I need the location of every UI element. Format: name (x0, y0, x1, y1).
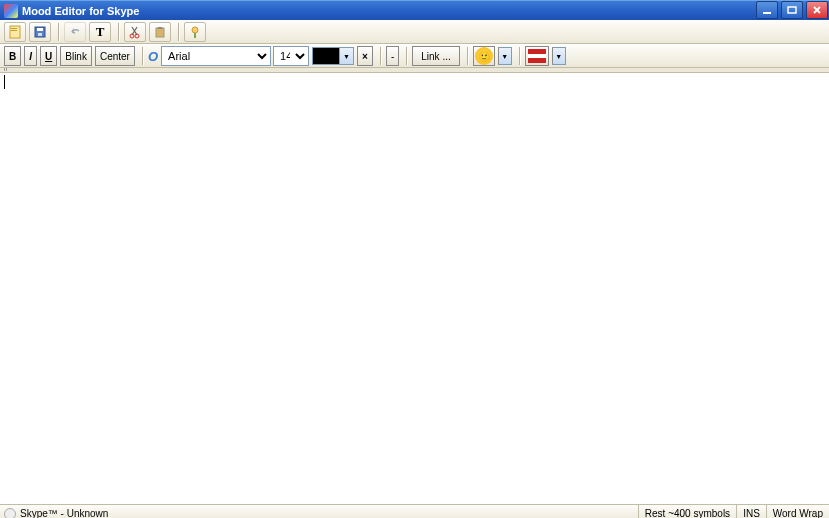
text-caret (4, 75, 5, 89)
status-bar: Skype™ - Unknown Rest ~400 symbols INS W… (0, 504, 829, 518)
emoji-button[interactable]: 🙂 (473, 46, 495, 66)
status-ins: INS (736, 505, 766, 518)
separator (118, 23, 120, 41)
status-rest: Rest ~400 symbols (638, 505, 736, 518)
separator (58, 23, 60, 41)
color-swatch[interactable] (312, 47, 340, 65)
minimize-button[interactable] (756, 1, 778, 19)
font-label-icon: O (148, 49, 161, 64)
cut-button[interactable] (124, 22, 146, 42)
format-toolbar: B I U Blink Center O Arial 14 ▼ × - Link… (0, 44, 829, 68)
svg-rect-7 (38, 33, 42, 36)
underline-button[interactable]: U (40, 46, 57, 66)
title-bar: Mood Editor for Skype (0, 0, 829, 20)
text-button[interactable]: T (89, 22, 111, 42)
svg-rect-6 (37, 28, 43, 31)
svg-rect-2 (10, 26, 20, 38)
svg-rect-13 (194, 33, 196, 38)
color-dropdown-button[interactable]: ▼ (340, 47, 354, 65)
dash-button[interactable]: - (386, 46, 399, 66)
separator (467, 47, 469, 65)
center-button[interactable]: Center (95, 46, 135, 66)
svg-rect-1 (788, 7, 796, 13)
editor-area[interactable] (0, 73, 829, 504)
skype-status-icon (4, 508, 16, 519)
separator (406, 47, 408, 65)
svg-rect-3 (11, 28, 17, 29)
svg-rect-10 (156, 28, 164, 37)
blink-button[interactable]: Blink (60, 46, 92, 66)
window-title: Mood Editor for Skype (22, 5, 754, 17)
svg-rect-4 (11, 30, 17, 31)
status-wrap: Word Wrap (766, 505, 829, 518)
smiley-icon: 🙂 (475, 47, 493, 65)
bold-button[interactable]: B (4, 46, 21, 66)
svg-point-12 (192, 27, 198, 33)
save-button[interactable] (29, 22, 51, 42)
status-text: Skype™ - Unknown (20, 508, 108, 518)
separator (519, 47, 521, 65)
separator (380, 47, 382, 65)
new-doc-button[interactable] (4, 22, 26, 42)
italic-button[interactable]: I (24, 46, 37, 66)
flag-icon (528, 49, 546, 63)
separator (178, 23, 180, 41)
app-icon (4, 4, 18, 18)
undo-button[interactable] (64, 22, 86, 42)
flag-dropdown-button[interactable]: ▼ (552, 47, 566, 65)
emoji-dropdown-button[interactable]: ▼ (498, 47, 512, 65)
svg-rect-0 (763, 12, 771, 14)
main-toolbar: T (0, 20, 829, 44)
link-button[interactable]: Link ... (412, 46, 459, 66)
separator (142, 47, 144, 65)
mode-button[interactable] (184, 22, 206, 42)
clear-format-button[interactable]: × (357, 46, 373, 66)
close-button[interactable] (806, 1, 828, 19)
paste-button[interactable] (149, 22, 171, 42)
font-family-select[interactable]: Arial (161, 46, 271, 66)
maximize-button[interactable] (781, 1, 803, 19)
font-size-select[interactable]: 14 (273, 46, 309, 66)
svg-rect-11 (158, 27, 162, 29)
flag-button[interactable] (525, 46, 549, 66)
